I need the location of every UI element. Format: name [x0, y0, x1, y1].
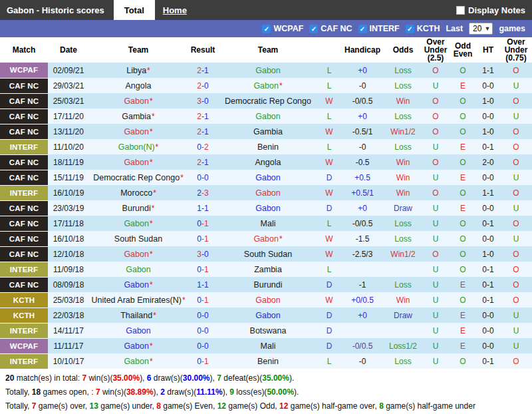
- filter-caf-nc[interactable]: ✓CAF NC: [309, 24, 352, 33]
- half-time-score: 2-0: [476, 154, 500, 170]
- full-time-score: 2-1: [188, 124, 218, 139]
- competition-filter-bar: ✓WCPAF✓CAF NC✓INTERF✓KCTH Last 20 ▼ game…: [0, 20, 532, 37]
- star-marker: *: [153, 188, 156, 198]
- over-under-0-75: U: [500, 78, 532, 93]
- handicap: -1: [340, 277, 384, 292]
- match-date: 02/09/21: [48, 63, 89, 78]
- last-games-value: 20: [473, 24, 481, 33]
- odd-even: O: [450, 154, 476, 170]
- summary-segment: 50.00%: [267, 387, 294, 397]
- away-goals: -0: [201, 341, 209, 351]
- away-team-name: South Sudan: [244, 250, 292, 259]
- over-under-0-75: U: [500, 338, 532, 353]
- summary-segment: 35.00%: [262, 373, 289, 383]
- last-games-select[interactable]: 20 ▼: [469, 23, 493, 35]
- home-team: Gabon*: [89, 277, 188, 292]
- home-team: Gabon*: [89, 93, 188, 108]
- summary-segment: ),: [210, 373, 217, 383]
- handicap: -0.5/1: [340, 124, 384, 139]
- handicap: +0: [340, 108, 384, 124]
- display-notes-label: Display Notes: [468, 5, 525, 15]
- handicap: -0/0.5: [340, 216, 384, 231]
- home-team-name: Democratic Rep Congo: [93, 173, 180, 182]
- half-time-score: 1-0: [476, 124, 500, 139]
- over-under-2-5: O: [422, 154, 450, 170]
- match-row: INTERF10/10/17Gabon*0-1BeninL-0LossUO0-1…: [0, 353, 532, 369]
- star-marker: *: [150, 357, 153, 366]
- summary-segment: 7: [96, 387, 100, 397]
- match-date: 23/03/19: [48, 200, 89, 216]
- over-under-0-75: O: [500, 216, 532, 231]
- over-under-0-75: O: [500, 246, 532, 262]
- summary-segment: loss(es)(: [234, 387, 267, 397]
- away-team: Mali: [218, 338, 318, 353]
- away-goals: -1: [201, 127, 209, 136]
- home-team: Thailand*: [89, 308, 188, 323]
- over-under-2-5: O: [422, 246, 450, 262]
- full-time-score: 2-3: [188, 185, 218, 200]
- home-goals: 0: [197, 173, 201, 182]
- odds-result: [384, 323, 422, 338]
- checkbox-checked-icon[interactable]: ✓: [358, 25, 367, 33]
- home-team: Libya*: [89, 63, 188, 78]
- odd-even: O: [450, 93, 476, 108]
- filter-label: INTERF: [370, 24, 400, 33]
- table-header: MatchDateTeamResultTeamHandicapOddsOver …: [0, 37, 532, 63]
- handicap: [340, 323, 384, 338]
- display-notes-checkbox[interactable]: [456, 6, 465, 15]
- win-lose-draw: D: [318, 200, 340, 216]
- tab-total[interactable]: Total: [114, 0, 155, 20]
- home-goals: 0: [197, 296, 201, 305]
- checkbox-checked-icon[interactable]: ✓: [309, 25, 318, 33]
- win-lose-draw: W: [318, 93, 340, 108]
- half-time-score: 1-1: [476, 185, 500, 200]
- away-team: Gabon: [218, 308, 318, 323]
- half-time-score: 0-0: [476, 170, 500, 185]
- home-goals: 2: [197, 188, 201, 198]
- star-marker: *: [182, 296, 186, 305]
- competition-badge: INTERF: [0, 262, 48, 277]
- odds-result: Win: [384, 185, 422, 200]
- competition-badge: INTERF: [0, 139, 48, 154]
- home-team: Gabon*: [89, 353, 188, 369]
- over-under-2-5: U: [422, 338, 450, 353]
- display-notes-toggle[interactable]: Display Notes: [456, 0, 532, 20]
- away-team-name: Democratic Rep Congo: [225, 97, 311, 106]
- filter-kcth[interactable]: ✓KCTH: [406, 24, 440, 33]
- home-goals: 0: [197, 234, 201, 244]
- home-goals: 3: [197, 250, 201, 259]
- full-time-score: 2-1: [188, 108, 218, 124]
- filter-wcpaf[interactable]: ✓WCPAF: [262, 24, 303, 33]
- summary-segment: 2: [160, 387, 165, 397]
- filter-interf[interactable]: ✓INTERF: [358, 24, 400, 33]
- home-team-name: Gabon(N): [118, 142, 155, 152]
- competition-badge: CAF NC: [0, 246, 48, 262]
- away-team: Gabon*: [218, 231, 318, 246]
- odd-even: E: [450, 78, 476, 93]
- competition-badge: CAF NC: [0, 124, 48, 139]
- handicap: -2.5/3: [340, 246, 384, 262]
- half-time-score: 0-1: [476, 353, 500, 369]
- home-team: Gabon: [89, 262, 188, 277]
- over-under-2-5: U: [422, 277, 450, 292]
- summary-line-2: Totally, 18 games open, : 7 win(s)(38.89…: [5, 385, 532, 399]
- match-date: 14/11/17: [48, 323, 89, 338]
- competition-badge: CAF NC: [0, 170, 48, 185]
- away-team: Burundi: [218, 277, 318, 292]
- over-under-0-75: U: [500, 200, 532, 216]
- home-team-name: Libya: [126, 66, 146, 75]
- away-team-name: Mali: [261, 341, 276, 351]
- home-team: Gambia*: [89, 108, 188, 124]
- match-row: INTERF14/11/17Gabon0-0BotswanaDUE0-0U: [0, 323, 532, 338]
- odd-even: O: [450, 246, 476, 262]
- tab-home[interactable]: Home: [155, 0, 195, 20]
- odds-result: Draw: [384, 308, 422, 323]
- summary-line-1: 20 match(es) in total: 7 win(s)(35.00%),…: [5, 371, 532, 385]
- col-header-team-away: Team: [218, 37, 318, 63]
- home-goals: 3: [197, 97, 201, 106]
- odd-even: E: [450, 338, 476, 353]
- home-team-name: Gabon: [126, 265, 151, 274]
- over-under-2-5: O: [422, 185, 450, 200]
- checkbox-checked-icon[interactable]: ✓: [262, 25, 271, 33]
- checkbox-checked-icon[interactable]: ✓: [406, 25, 414, 33]
